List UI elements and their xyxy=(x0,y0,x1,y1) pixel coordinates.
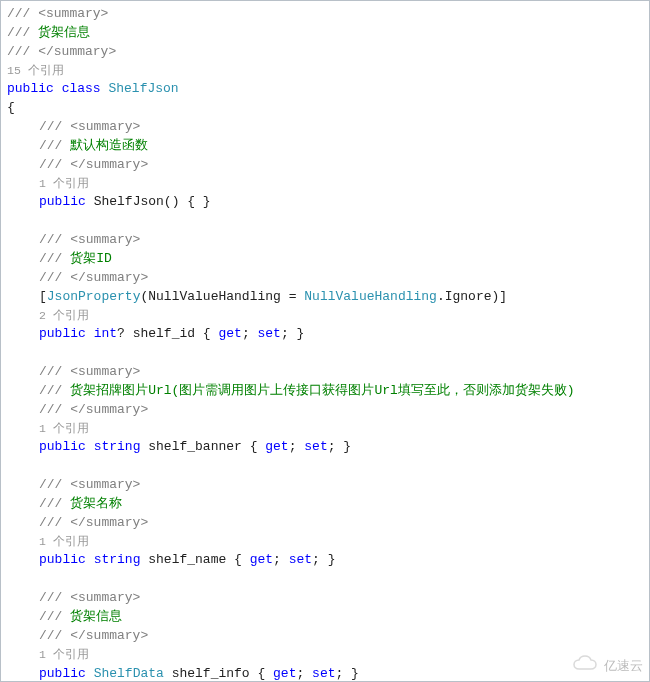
xml-doc-line: /// 货架信息 xyxy=(7,24,643,43)
reference-count[interactable]: 1 个引用 xyxy=(39,535,89,548)
xml-doc-line: /// </summary> xyxy=(7,627,643,646)
xml-doc-text: 货架招牌图片Url(图片需调用图片上传接口获得图片Url填写至此，否则添加货架失… xyxy=(70,383,574,398)
xml-doc-text: 货架信息 xyxy=(38,25,90,40)
xml-doc-line: /// </summary> xyxy=(7,156,643,175)
type-int: int xyxy=(94,326,117,341)
blank-line xyxy=(7,212,643,231)
property-declaration: public int? shelf_id { get; set; } xyxy=(7,325,643,344)
codelens-line[interactable]: 15 个引用 xyxy=(7,62,643,81)
codelens-line[interactable]: 1 个引用 xyxy=(7,175,643,194)
xml-doc-line: /// 默认构造函数 xyxy=(7,137,643,156)
xml-doc-line: /// </summary> xyxy=(7,43,643,62)
cloud-icon xyxy=(572,655,600,677)
brace-open: { xyxy=(7,99,643,118)
attribute-line: [JsonProperty(NullValueHandling = NullVa… xyxy=(7,288,643,307)
constructor-declaration: public ShelfJson() { } xyxy=(7,193,643,212)
blank-line xyxy=(7,570,643,589)
xml-doc-text: 货架名称 xyxy=(70,496,122,511)
reference-count[interactable]: 2 个引用 xyxy=(39,309,89,322)
reference-count[interactable]: 1 个引用 xyxy=(39,177,89,190)
xml-doc-line: /// <summary> xyxy=(7,363,643,382)
type-name: ShelfJson xyxy=(108,81,178,96)
reference-count[interactable]: 1 个引用 xyxy=(39,422,89,435)
xml-doc-line: /// <summary> xyxy=(7,118,643,137)
xml-doc-line: /// </summary> xyxy=(7,269,643,288)
xml-doc-line: /// </summary> xyxy=(7,514,643,533)
type-string: string xyxy=(94,439,141,454)
xml-doc-line: /// 货架名称 xyxy=(7,495,643,514)
reference-count[interactable]: 15 个引用 xyxy=(7,64,64,77)
xml-doc-line: /// <summary> xyxy=(7,589,643,608)
xml-doc-text: 默认构造函数 xyxy=(70,138,148,153)
codelens-line[interactable]: 1 个引用 xyxy=(7,533,643,552)
keyword-class: class xyxy=(62,81,101,96)
codelens-line[interactable]: 1 个引用 xyxy=(7,420,643,439)
xml-doc-line: /// </summary> xyxy=(7,401,643,420)
xml-doc-line: /// 货架招牌图片Url(图片需调用图片上传接口获得图片Url填写至此，否则添… xyxy=(7,382,643,401)
code-editor-pane: /// <summary> /// 货架信息 /// </summary> 15… xyxy=(0,0,650,682)
xml-doc-text: 货架信息 xyxy=(70,609,122,624)
xml-doc-text: 货架ID xyxy=(70,251,112,266)
blank-line xyxy=(7,344,643,363)
reference-count[interactable]: 1 个引用 xyxy=(39,648,89,661)
type-string: string xyxy=(94,552,141,567)
type-name: ShelfData xyxy=(94,666,164,681)
xml-doc-line: /// 货架ID xyxy=(7,250,643,269)
xml-doc: /// <summary> xyxy=(7,6,108,21)
attribute-type: JsonProperty xyxy=(47,289,141,304)
xml-doc-line: /// <summary> xyxy=(7,231,643,250)
xml-doc-line: /// <summary> xyxy=(7,5,643,24)
blank-line xyxy=(7,457,643,476)
property-declaration: public string shelf_banner { get; set; } xyxy=(7,438,643,457)
class-declaration: public class ShelfJson xyxy=(7,80,643,99)
watermark-text: 亿速云 xyxy=(604,657,643,676)
xml-doc: /// </summary> xyxy=(7,44,116,59)
codelens-line[interactable]: 2 个引用 xyxy=(7,307,643,326)
watermark: 亿速云 xyxy=(572,655,643,677)
xml-doc-line: /// 货架信息 xyxy=(7,608,643,627)
codelens-line[interactable]: 1 个引用 xyxy=(7,646,643,665)
property-declaration: public ShelfData shelf_info { get; set; … xyxy=(7,665,643,682)
keyword-public: public xyxy=(7,81,54,96)
xml-doc-line: /// <summary> xyxy=(7,476,643,495)
property-declaration: public string shelf_name { get; set; } xyxy=(7,551,643,570)
xml-doc-prefix: /// xyxy=(7,25,38,40)
